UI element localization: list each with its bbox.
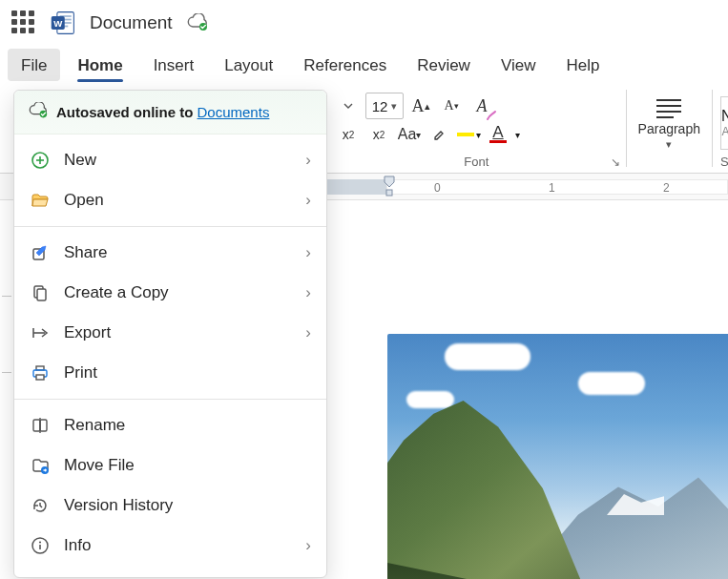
file-menu-create-copy[interactable]: Create a Copy › [14,273,326,313]
tab-label: Help [566,56,599,74]
menu-item-label: Open [64,191,292,210]
autosave-location-link[interactable]: Documents [198,104,270,120]
chevron-right-icon: › [305,151,311,170]
tab-file[interactable]: File [8,49,60,81]
tab-home[interactable]: Home [64,49,135,81]
chevron-right-icon: › [305,191,311,210]
menu-item-label: Version History [64,496,311,515]
print-icon [30,362,51,383]
file-menu-info[interactable]: Info › [14,526,326,566]
tab-insert[interactable]: Insert [140,49,208,81]
app-launcher-icon[interactable] [11,10,36,35]
svg-rect-13 [386,190,392,196]
info-icon [30,535,51,556]
tab-label: Review [417,56,470,74]
vertical-ruler [0,238,13,579]
tab-view[interactable]: View [488,49,550,81]
menu-item-label: Export [64,323,292,342]
tab-label: File [21,56,47,74]
tab-layout[interactable]: Layout [211,49,286,81]
chevron-right-icon: › [305,283,311,302]
tab-review[interactable]: Review [404,49,484,81]
file-menu-export[interactable]: Export › [14,313,326,353]
ruler-mark: 2 [663,181,670,195]
menu-item-label: Share [64,243,292,262]
font-size-value: 12 [372,98,388,114]
file-menu-open[interactable]: Open › [14,180,326,220]
separator [14,226,326,227]
paragraph-icon [653,96,685,119]
superscript-button[interactable]: x2 [365,121,392,148]
chevron-right-icon: › [305,536,311,555]
chevron-down-icon[interactable] [335,93,362,119]
tab-references[interactable]: References [290,49,400,81]
folder-open-icon [30,190,51,211]
file-menu-move-file[interactable]: Move File [14,445,326,486]
menu-item-label: Create a Copy [64,283,292,302]
svg-rect-20 [37,289,46,300]
chevron-right-icon: › [305,243,311,262]
decrease-font-button[interactable]: A▾ [438,93,465,119]
tab-label: Home [77,56,122,74]
move-icon [30,455,51,476]
font-dialog-launcher-icon[interactable]: ↘ [611,155,620,169]
style-font: Aptos, 12 [721,125,728,138]
chevron-down-icon[interactable]: ▾ [391,100,397,113]
menu-item-label: Info [64,536,292,555]
autosave-status: Autosaved online to Documents [14,91,326,134]
chevron-down-icon: ▾ [666,138,672,151]
clear-formatting-button[interactable]: A [468,93,495,119]
highlight-button[interactable] [426,121,453,148]
svg-rect-26 [33,420,40,431]
ruler-indent-marker[interactable] [383,175,396,199]
file-menu-list: New › Open › Share › Create a Copy › [14,134,326,571]
plus-circle-icon [30,150,51,171]
menu-item-label: Print [64,363,311,383]
autosave-text: Autosaved online to [56,104,198,120]
file-menu-version-history[interactable]: Version History [14,486,326,526]
inserted-image[interactable] [387,334,728,579]
titlebar: W Document [0,0,728,46]
file-menu-print[interactable]: Print [14,353,326,393]
increase-font-button[interactable]: A▴ [407,93,434,119]
style-name: Normal [721,108,728,125]
font-color-button[interactable]: A [485,121,511,148]
ruler-mark: 1 [549,181,555,195]
highlight-color-picker[interactable]: ▾ [457,130,481,140]
file-menu-share[interactable]: Share › [14,233,326,273]
file-menu-rename[interactable]: Rename [14,405,326,445]
svg-rect-25 [36,375,44,380]
chevron-down-icon[interactable]: ▾ [515,130,520,140]
document-title[interactable]: Document [90,12,173,33]
ruler-mark: 0 [434,181,441,195]
file-menu-new[interactable]: New › [14,140,326,180]
tab-label: Insert [154,56,195,74]
style-normal[interactable]: Normal Aptos, 12 [720,96,728,150]
ribbon-tabs: File Home Insert Layout References Revie… [0,46,728,84]
tab-label: References [303,56,386,74]
tab-help[interactable]: Help [552,49,613,81]
word-app-icon: W [50,10,76,36]
export-icon [30,322,51,343]
svg-point-31 [39,541,41,543]
svg-rect-27 [40,420,47,431]
file-menu: Autosaved online to Documents New › Open… [13,90,327,578]
ribbon-group-label-paragraph [634,153,704,173]
rename-icon [30,415,51,436]
change-case-button[interactable]: Aa ▾ [396,121,423,148]
document-area[interactable] [327,238,728,579]
subscript-button[interactable]: x2 [335,121,362,148]
font-size-input[interactable]: 12 ▾ [365,93,404,119]
share-icon [30,242,51,263]
svg-text:W: W [53,18,63,29]
chevron-right-icon: › [305,323,311,342]
paragraph-label: Paragraph [638,121,700,136]
page[interactable] [327,258,728,579]
cloud-check-icon [28,102,49,122]
cloud-sync-icon[interactable] [186,13,209,32]
paragraph-button[interactable]: Paragraph ▾ [635,91,702,151]
tab-label: View [501,56,536,74]
history-icon [30,495,51,516]
separator [14,399,326,400]
menu-item-label: Rename [64,416,311,435]
